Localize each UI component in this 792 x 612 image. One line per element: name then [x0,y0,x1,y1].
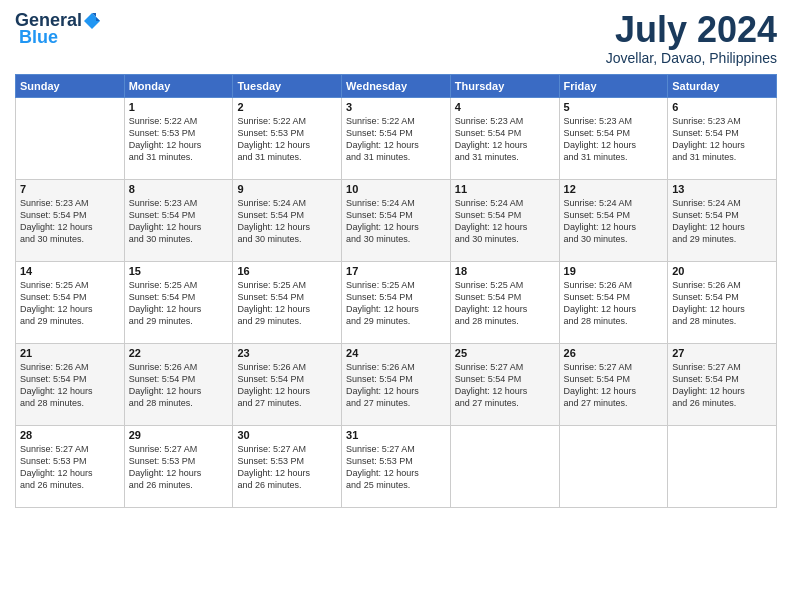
day-number: 12 [564,183,664,195]
location: Jovellar, Davao, Philippines [606,50,777,66]
day-number: 13 [672,183,772,195]
calendar-cell: 8Sunrise: 5:23 AM Sunset: 5:54 PM Daylig… [124,179,233,261]
calendar-table: Sunday Monday Tuesday Wednesday Thursday… [15,74,777,508]
day-info: Sunrise: 5:27 AM Sunset: 5:53 PM Dayligh… [237,443,337,492]
day-info: Sunrise: 5:26 AM Sunset: 5:54 PM Dayligh… [20,361,120,410]
day-info: Sunrise: 5:22 AM Sunset: 5:54 PM Dayligh… [346,115,446,164]
day-number: 4 [455,101,555,113]
calendar-cell: 21Sunrise: 5:26 AM Sunset: 5:54 PM Dayli… [16,343,125,425]
calendar-cell: 13Sunrise: 5:24 AM Sunset: 5:54 PM Dayli… [668,179,777,261]
calendar-cell [16,97,125,179]
calendar-header: Sunday Monday Tuesday Wednesday Thursday… [16,74,777,97]
calendar-cell: 31Sunrise: 5:27 AM Sunset: 5:53 PM Dayli… [342,425,451,507]
week-row-3: 14Sunrise: 5:25 AM Sunset: 5:54 PM Dayli… [16,261,777,343]
day-info: Sunrise: 5:24 AM Sunset: 5:54 PM Dayligh… [672,197,772,246]
day-number: 3 [346,101,446,113]
day-number: 2 [237,101,337,113]
col-saturday: Saturday [668,74,777,97]
day-info: Sunrise: 5:26 AM Sunset: 5:54 PM Dayligh… [564,279,664,328]
day-number: 29 [129,429,229,441]
col-friday: Friday [559,74,668,97]
day-info: Sunrise: 5:25 AM Sunset: 5:54 PM Dayligh… [346,279,446,328]
day-info: Sunrise: 5:26 AM Sunset: 5:54 PM Dayligh… [346,361,446,410]
day-number: 30 [237,429,337,441]
day-info: Sunrise: 5:27 AM Sunset: 5:53 PM Dayligh… [129,443,229,492]
calendar-body: 1Sunrise: 5:22 AM Sunset: 5:53 PM Daylig… [16,97,777,507]
col-wednesday: Wednesday [342,74,451,97]
day-info: Sunrise: 5:27 AM Sunset: 5:53 PM Dayligh… [20,443,120,492]
day-info: Sunrise: 5:25 AM Sunset: 5:54 PM Dayligh… [455,279,555,328]
day-info: Sunrise: 5:23 AM Sunset: 5:54 PM Dayligh… [672,115,772,164]
day-info: Sunrise: 5:24 AM Sunset: 5:54 PM Dayligh… [237,197,337,246]
calendar-cell: 23Sunrise: 5:26 AM Sunset: 5:54 PM Dayli… [233,343,342,425]
day-info: Sunrise: 5:27 AM Sunset: 5:54 PM Dayligh… [455,361,555,410]
calendar-cell: 30Sunrise: 5:27 AM Sunset: 5:53 PM Dayli… [233,425,342,507]
day-info: Sunrise: 5:23 AM Sunset: 5:54 PM Dayligh… [455,115,555,164]
calendar-cell: 6Sunrise: 5:23 AM Sunset: 5:54 PM Daylig… [668,97,777,179]
day-number: 27 [672,347,772,359]
day-number: 31 [346,429,446,441]
day-info: Sunrise: 5:23 AM Sunset: 5:54 PM Dayligh… [20,197,120,246]
day-number: 25 [455,347,555,359]
day-info: Sunrise: 5:24 AM Sunset: 5:54 PM Dayligh… [346,197,446,246]
logo-blue: Blue [19,27,58,47]
day-number: 17 [346,265,446,277]
day-info: Sunrise: 5:24 AM Sunset: 5:54 PM Dayligh… [455,197,555,246]
calendar-cell: 26Sunrise: 5:27 AM Sunset: 5:54 PM Dayli… [559,343,668,425]
col-tuesday: Tuesday [233,74,342,97]
day-info: Sunrise: 5:26 AM Sunset: 5:54 PM Dayligh… [672,279,772,328]
day-info: Sunrise: 5:22 AM Sunset: 5:53 PM Dayligh… [237,115,337,164]
day-info: Sunrise: 5:27 AM Sunset: 5:54 PM Dayligh… [672,361,772,410]
calendar-cell: 3Sunrise: 5:22 AM Sunset: 5:54 PM Daylig… [342,97,451,179]
calendar-cell: 18Sunrise: 5:25 AM Sunset: 5:54 PM Dayli… [450,261,559,343]
day-info: Sunrise: 5:27 AM Sunset: 5:53 PM Dayligh… [346,443,446,492]
col-sunday: Sunday [16,74,125,97]
day-number: 8 [129,183,229,195]
calendar-cell [559,425,668,507]
calendar-cell: 4Sunrise: 5:23 AM Sunset: 5:54 PM Daylig… [450,97,559,179]
header: General Blue July 2024 Jovellar, Davao, … [15,10,777,66]
week-row-5: 28Sunrise: 5:27 AM Sunset: 5:53 PM Dayli… [16,425,777,507]
week-row-2: 7Sunrise: 5:23 AM Sunset: 5:54 PM Daylig… [16,179,777,261]
day-number: 20 [672,265,772,277]
day-number: 16 [237,265,337,277]
calendar-cell: 14Sunrise: 5:25 AM Sunset: 5:54 PM Dayli… [16,261,125,343]
week-row-1: 1Sunrise: 5:22 AM Sunset: 5:53 PM Daylig… [16,97,777,179]
day-number: 21 [20,347,120,359]
calendar-cell: 29Sunrise: 5:27 AM Sunset: 5:53 PM Dayli… [124,425,233,507]
calendar-cell: 24Sunrise: 5:26 AM Sunset: 5:54 PM Dayli… [342,343,451,425]
day-number: 15 [129,265,229,277]
day-number: 5 [564,101,664,113]
calendar-cell: 1Sunrise: 5:22 AM Sunset: 5:53 PM Daylig… [124,97,233,179]
day-number: 11 [455,183,555,195]
day-number: 14 [20,265,120,277]
day-info: Sunrise: 5:25 AM Sunset: 5:54 PM Dayligh… [129,279,229,328]
day-number: 19 [564,265,664,277]
day-info: Sunrise: 5:23 AM Sunset: 5:54 PM Dayligh… [564,115,664,164]
day-number: 7 [20,183,120,195]
calendar-cell: 27Sunrise: 5:27 AM Sunset: 5:54 PM Dayli… [668,343,777,425]
calendar-cell: 2Sunrise: 5:22 AM Sunset: 5:53 PM Daylig… [233,97,342,179]
calendar-cell [450,425,559,507]
day-number: 24 [346,347,446,359]
logo-icon [82,11,102,31]
calendar-cell: 22Sunrise: 5:26 AM Sunset: 5:54 PM Dayli… [124,343,233,425]
day-number: 6 [672,101,772,113]
day-info: Sunrise: 5:24 AM Sunset: 5:54 PM Dayligh… [564,197,664,246]
day-number: 26 [564,347,664,359]
day-number: 1 [129,101,229,113]
calendar-cell: 19Sunrise: 5:26 AM Sunset: 5:54 PM Dayli… [559,261,668,343]
day-info: Sunrise: 5:26 AM Sunset: 5:54 PM Dayligh… [129,361,229,410]
calendar-cell: 16Sunrise: 5:25 AM Sunset: 5:54 PM Dayli… [233,261,342,343]
calendar-cell: 20Sunrise: 5:26 AM Sunset: 5:54 PM Dayli… [668,261,777,343]
header-row: Sunday Monday Tuesday Wednesday Thursday… [16,74,777,97]
col-monday: Monday [124,74,233,97]
day-number: 10 [346,183,446,195]
logo: General Blue [15,10,102,48]
day-number: 9 [237,183,337,195]
day-info: Sunrise: 5:27 AM Sunset: 5:54 PM Dayligh… [564,361,664,410]
day-number: 22 [129,347,229,359]
month-title: July 2024 [606,10,777,50]
page-container: General Blue July 2024 Jovellar, Davao, … [0,0,792,518]
day-info: Sunrise: 5:26 AM Sunset: 5:54 PM Dayligh… [237,361,337,410]
